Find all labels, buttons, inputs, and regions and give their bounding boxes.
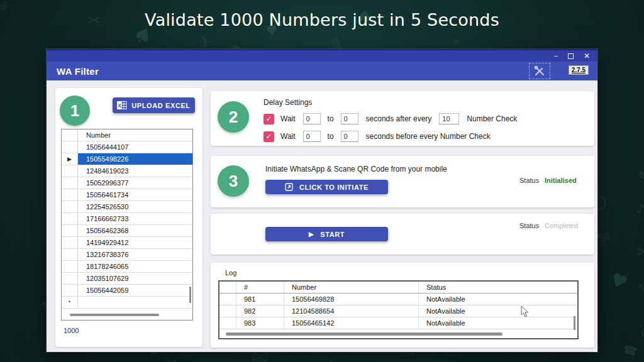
log-horizontal-scrollbar[interactable] [226, 332, 502, 336]
excel-icon: X [117, 101, 127, 109]
check-icon: ✓ [265, 132, 272, 141]
grid-horizontal-scrollbar[interactable] [70, 314, 159, 316]
log-col-number: Number [284, 282, 419, 293]
number-row[interactable]: 15056444107 [62, 141, 192, 153]
seconds-before-label: seconds before every Number Check [366, 132, 491, 141]
wait-before-max-input[interactable] [341, 131, 358, 142]
wait-after-max-input[interactable] [341, 113, 358, 124]
row-marker [219, 293, 236, 305]
number-row[interactable]: 17166662733 [62, 213, 192, 225]
number-row[interactable]: 12035107629 [62, 273, 192, 285]
row-marker [62, 225, 78, 236]
upload-excel-button[interactable]: X UPLOAD EXCEL [113, 97, 195, 113]
row-marker [62, 165, 78, 177]
row-marker: ▶ [62, 153, 78, 165]
mouse-cursor [521, 305, 530, 318]
wait-after-checkbox[interactable]: ✓ [264, 114, 274, 124]
number-row[interactable]: ▶15055498226 [62, 153, 192, 165]
row-marker [62, 273, 78, 284]
log-number-cell: 15056469828 [284, 293, 419, 305]
number-row[interactable]: 15056462368 [62, 225, 192, 237]
number-check-count-input[interactable] [439, 113, 459, 124]
log-row[interactable]: 98115056469828NotAvailable [219, 293, 577, 305]
log-panel: Log # Number Status 98115056469828NotAva… [211, 263, 594, 348]
number-row[interactable]: 13216738376 [62, 249, 192, 261]
log-vertical-scrollbar[interactable] [574, 316, 575, 330]
number-row[interactable]: 12484619023 [62, 165, 192, 177]
log-title: Log [225, 269, 236, 277]
step-1-badge: 1 [60, 96, 90, 126]
upload-excel-label: UPLOAD EXCEL [131, 102, 190, 109]
number-cell: 15055498226 [78, 153, 192, 165]
number-cell: 12254526530 [78, 201, 192, 212]
wait-before-checkbox[interactable]: ✓ [264, 131, 274, 142]
start-panel: ▶ START Status Completed [211, 214, 594, 255]
step-2-badge: 2 [218, 101, 249, 133]
check-icon: ✓ [265, 114, 272, 123]
doodle-glyph: ⚙ [162, 354, 185, 362]
new-row-marker-icon: * [62, 297, 78, 308]
start-button[interactable]: ▶ START [265, 227, 388, 241]
number-cell [78, 297, 192, 308]
log-col-index: # [236, 282, 284, 293]
log-status-cell: NotAvailable [419, 317, 577, 329]
number-cell: 15056442059 [78, 285, 192, 296]
numbers-column-header: Number [78, 129, 192, 141]
wait-after-min-input[interactable] [303, 113, 321, 124]
settings-tools-button[interactable] [529, 63, 550, 79]
external-link-icon [285, 183, 293, 191]
row-marker [62, 201, 78, 212]
number-cell: 18178246065 [78, 261, 192, 272]
number-cell: 12484619023 [78, 165, 192, 177]
number-row[interactable]: 12254526530 [62, 201, 192, 213]
row-marker [62, 261, 78, 272]
log-table-header: # Number Status [219, 282, 577, 293]
number-cell: 13216738376 [78, 249, 192, 260]
number-row[interactable]: 15056461734 [62, 189, 192, 201]
row-marker [62, 189, 78, 200]
page-title: Validate 1000 Numbers just in 5 Seconds [0, 10, 644, 30]
row-marker [62, 213, 78, 224]
doodle-glyph: ☀ [451, 35, 462, 48]
new-row[interactable]: * [62, 297, 192, 309]
doodle-glyph: ♥ [607, 268, 630, 293]
seconds-after-label: seconds after every [366, 114, 432, 123]
delay-settings-panel: 2 Delay Settings ✓ Wait to seconds after… [211, 91, 594, 146]
initiate-instruction: Initiate WhatsApp & Scane QR Code from y… [265, 165, 447, 173]
number-row[interactable]: 18178246065 [62, 261, 192, 273]
play-icon: ▶ [309, 231, 314, 238]
grid-vertical-scrollbar[interactable] [189, 287, 191, 303]
app-window: – ✕ WA Filter 2.7.5 1 [47, 49, 597, 352]
number-row[interactable]: 15052996377 [62, 177, 192, 189]
numbers-grid-header: Number [62, 129, 192, 141]
row-marker [62, 285, 78, 296]
number-check-label: Number Check [467, 114, 517, 123]
log-index-cell: 982 [236, 305, 284, 317]
app-title: WA Filter [47, 66, 99, 77]
click-to-initiate-button[interactable]: CLICK TO INITIATE [265, 180, 388, 194]
doodle-glyph: ☎ [622, 343, 638, 358]
log-row[interactable]: 98315056465142NotAvailable [219, 317, 577, 329]
log-status-cell: NotAvailable [419, 305, 577, 317]
to-label: to [328, 132, 334, 141]
number-row[interactable]: 15056442059 [62, 285, 192, 297]
delay-row-after: ✓ Wait to seconds after every Number Che… [264, 112, 517, 125]
svg-text:X: X [118, 102, 122, 109]
to-label: to [328, 114, 334, 123]
doodle-glyph: ✎ [637, 281, 644, 295]
title-bar: WA Filter 2.7.5 [47, 62, 597, 80]
click-to-initiate-label: CLICK TO INITIATE [299, 184, 369, 191]
delay-settings-title: Delay Settings [264, 98, 312, 107]
maximize-icon[interactable] [568, 53, 574, 59]
wait-label: Wait [280, 114, 296, 123]
wait-before-min-input[interactable] [303, 131, 321, 142]
number-cell: 15052996377 [78, 177, 192, 189]
minimize-icon[interactable]: – [554, 52, 558, 60]
number-cell: 14194929412 [78, 237, 192, 248]
numbers-count: 1000 [64, 327, 79, 334]
step-3-badge: 3 [218, 165, 249, 197]
close-icon[interactable]: ✕ [584, 52, 590, 60]
number-cell: 15056444107 [78, 141, 192, 153]
number-row[interactable]: 14194929412 [62, 237, 192, 249]
start-label: START [320, 231, 345, 238]
